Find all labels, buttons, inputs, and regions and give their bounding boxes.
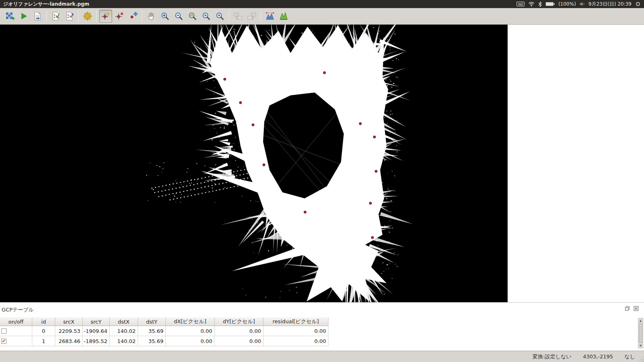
- gcp-cell-dsty[interactable]: 35.69: [138, 336, 166, 346]
- gcp-marker[interactable]: [371, 236, 374, 239]
- gcp-cell-dx[interactable]: 0.00: [166, 336, 215, 346]
- panel-vertical-scrollbar[interactable]: ▲ ▼: [638, 318, 643, 348]
- save-gcp-points-button[interactable]: [63, 10, 76, 23]
- toolbar-separator: [229, 11, 229, 22]
- gcp-cell-residual[interactable]: 0.00: [263, 326, 328, 336]
- column-header-srcx[interactable]: srcX: [55, 317, 83, 326]
- scroll-down-arrow-icon[interactable]: ▼: [638, 343, 643, 348]
- pan-hand-icon: [146, 11, 156, 21]
- scroll-up-arrow-icon[interactable]: ▲: [638, 318, 643, 323]
- gcp-cell-dstx[interactable]: 140.02: [110, 326, 138, 336]
- link-georeferencer-to-qgis-button[interactable]: [232, 10, 245, 23]
- gcp-cell-srcx[interactable]: 2209.53: [55, 326, 83, 336]
- delete-point-button[interactable]: [113, 10, 126, 23]
- cursor-coordinates: 4303,-2195: [583, 354, 613, 360]
- gcp-cell-dy[interactable]: 0.00: [215, 326, 263, 336]
- transform-status: 変換:設定しない: [533, 353, 571, 360]
- gcp-marker[interactable]: [323, 72, 326, 74]
- start-georeferencing-button[interactable]: [17, 10, 30, 23]
- load-gcp-points-button[interactable]: [49, 10, 62, 23]
- gcp-panel-title: GCPテーブル: [2, 306, 34, 314]
- zoom-out-icon: [174, 11, 184, 21]
- column-header-residual[interactable]: residual[ピクセル]: [263, 317, 328, 326]
- gcp-panel: GCPテーブル on/offidsrcXsrcYdstXdstYdX[ピクセル]…: [0, 302, 644, 351]
- zoom-next-icon: [215, 11, 225, 21]
- raster-canvas[interactable]: [0, 25, 508, 302]
- link-qgis-to-georeferencer-button[interactable]: [245, 10, 258, 23]
- full-histogram-stretch-button[interactable]: [263, 10, 276, 23]
- toolbar-separator: [261, 11, 261, 22]
- transformation-settings-button[interactable]: [81, 10, 94, 23]
- move-point-button[interactable]: [127, 10, 140, 23]
- gcp-cell-srcy[interactable]: -1895.52: [83, 336, 110, 346]
- local-histogram-stretch-button[interactable]: [277, 10, 290, 23]
- zoom-last-button[interactable]: [200, 10, 213, 23]
- zoom-in-button[interactable]: [159, 10, 171, 23]
- gcp-marker[interactable]: [224, 78, 226, 80]
- gcp-marker[interactable]: [369, 202, 372, 204]
- zoom-last-icon: [201, 11, 211, 21]
- zoom-next-button[interactable]: [213, 10, 226, 23]
- pan-button[interactable]: [145, 10, 158, 23]
- add-point-button[interactable]: [99, 10, 112, 23]
- panel-close-button[interactable]: [633, 305, 639, 311]
- gcp-cell-srcy[interactable]: -1909.64: [83, 326, 110, 336]
- zoom-out-button[interactable]: [172, 10, 185, 23]
- toolbar-separator: [142, 11, 142, 22]
- gcp-onoff-checkbox[interactable]: [1, 328, 6, 334]
- landmark-map-image: [0, 25, 508, 302]
- gcp-cell-dy[interactable]: 0.00: [215, 336, 263, 346]
- gcp-cell-dstx[interactable]: 140.02: [110, 336, 138, 346]
- keyboard-icon[interactable]: [516, 2, 525, 6]
- gcp-cell-id[interactable]: 1: [32, 336, 55, 346]
- panel-float-button[interactable]: [624, 305, 630, 311]
- rotation-status: なし: [624, 353, 635, 360]
- bluetooth-icon[interactable]: [538, 2, 542, 7]
- window-title: ジオリファレンサー-landmark.pgm: [0, 1, 89, 8]
- column-header-id[interactable]: id: [32, 317, 55, 326]
- play-icon: [19, 11, 29, 21]
- zoom-to-layer-icon: [188, 11, 197, 21]
- zoom-to-layer-button[interactable]: [186, 10, 199, 23]
- zoom-in-icon: [160, 11, 170, 21]
- generate-gdal-script-button[interactable]: [31, 10, 44, 23]
- scrollbar-thumb[interactable]: [639, 323, 642, 343]
- georeferencer-toolbar: [0, 8, 644, 25]
- gcp-marker[interactable]: [373, 136, 376, 138]
- gcp-cell-dx[interactable]: 0.00: [166, 326, 215, 336]
- session-gear-icon[interactable]: [635, 1, 641, 7]
- gcp-marker[interactable]: [252, 124, 254, 126]
- column-header-dy[interactable]: dY[ピクセル]: [215, 317, 263, 326]
- battery-icon[interactable]: [546, 2, 555, 6]
- column-header-onoff[interactable]: on/off: [0, 317, 32, 326]
- resize-grip[interactable]: [638, 356, 644, 362]
- column-header-dstx[interactable]: dstX: [110, 317, 138, 326]
- column-header-dsty[interactable]: dstY: [138, 317, 166, 326]
- gcp-cell-srcx[interactable]: 2683.46: [55, 336, 83, 346]
- wifi-icon[interactable]: [528, 2, 535, 6]
- load-gcp-icon: [51, 11, 61, 21]
- volume-muted-icon[interactable]: [579, 2, 585, 6]
- gcp-cell-residual[interactable]: 0.00: [263, 336, 328, 346]
- gcp-marker[interactable]: [375, 170, 377, 173]
- move-point-icon: [128, 11, 138, 21]
- gcp-cell-id[interactable]: 0: [32, 326, 55, 336]
- gcp-marker[interactable]: [263, 164, 265, 166]
- top-system-bar: ジオリファレンサー-landmark.pgm (100%) 9月23日(日) 2…: [0, 0, 644, 8]
- gcp-marker[interactable]: [239, 101, 242, 104]
- gcp-onoff-checkbox[interactable]: ✔: [1, 339, 6, 344]
- gcp-cell-dsty[interactable]: 35.69: [138, 326, 166, 336]
- column-header-srcy[interactable]: srcY: [83, 317, 110, 326]
- open-raster-button[interactable]: [4, 10, 17, 23]
- gcp-table-row-0[interactable]: 02209.53-1909.64140.0235.690.000.000.00: [0, 326, 328, 336]
- gcp-table-row-1[interactable]: ✔12683.46-1895.52140.0235.690.000.000.00: [0, 336, 328, 346]
- column-header-dx[interactable]: dX[ピクセル]: [166, 317, 215, 326]
- link-windows-icon: [233, 11, 243, 21]
- clock: 9月23日(日) 20:39: [588, 1, 631, 8]
- gcp-marker[interactable]: [304, 211, 306, 213]
- save-gcp-icon: [65, 11, 74, 21]
- battery-percentage: (100%): [558, 1, 576, 7]
- close-icon: [634, 306, 639, 311]
- toolbar-separator: [96, 11, 97, 22]
- gcp-marker[interactable]: [359, 122, 362, 125]
